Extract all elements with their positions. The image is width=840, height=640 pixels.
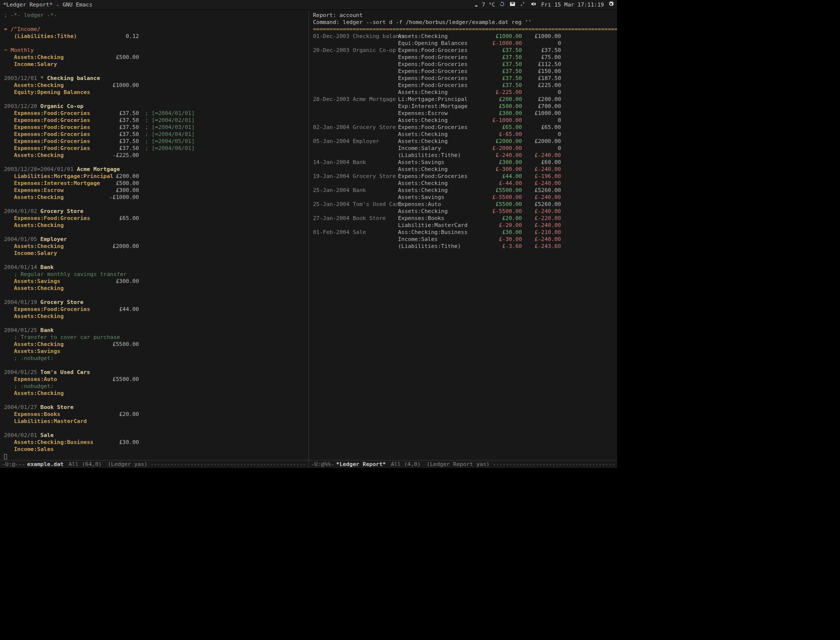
left-window[interactable]: ; -*- ledger -*- = /^Income/(Liabilities… — [0, 10, 308, 468]
source-line[interactable]: Assets:Savings — [4, 348, 304, 355]
register-row[interactable]: Equi:Opening Balances£-1000.000 — [313, 40, 613, 47]
right-window[interactable]: Report: accountCommand: ledger --sort d … — [308, 10, 617, 468]
register-row[interactable]: 05-Jan-2004 EmployerAssets:Checking£2000… — [313, 138, 613, 145]
source-line[interactable]: 2003/12/20 Organic Co-op — [4, 103, 304, 110]
register-row[interactable]: Expens:Food:Groceries£37.50£75.00 — [313, 54, 613, 61]
source-line[interactable]: Liabilities:Mortgage:Principal£200.00 — [4, 173, 304, 180]
source-line[interactable]: Assets:Checking£1000.00 — [4, 82, 304, 89]
source-line[interactable]: 2003/12/28=2004/01/01 Acme Mortgage — [4, 166, 304, 173]
volume-icon[interactable] — [530, 1, 537, 8]
register-row[interactable]: Assets:Checking£-225.000 — [313, 89, 613, 96]
source-line[interactable] — [4, 68, 304, 75]
source-line[interactable] — [4, 397, 304, 404]
register-row[interactable]: (Liabilities:Tithe)£-240.00£-240.00 — [313, 152, 613, 159]
source-line[interactable]: Expenses:Food:Groceries£37.50; [=2004/04… — [4, 131, 304, 138]
source-line[interactable]: Expenses:Books£20.00 — [4, 411, 304, 418]
register-row[interactable]: Expens:Food:Groceries£37.50£225.00 — [313, 82, 613, 89]
refresh-icon[interactable] — [499, 1, 505, 8]
source-line[interactable] — [4, 425, 304, 432]
ledger-report-buffer[interactable]: Report: accountCommand: ledger --sort d … — [309, 10, 617, 460]
network-icon[interactable] — [520, 1, 526, 8]
source-line[interactable]: Assets:Checking-£1000.00 — [4, 194, 304, 201]
source-line[interactable]: 2004/01/25 Tom's Used Cars — [4, 369, 304, 376]
source-line[interactable] — [4, 453, 304, 460]
source-line[interactable]: Assets:Checking-£225.00 — [4, 152, 304, 159]
register-row[interactable]: Expens:Food:Groceries£37.50£150.00 — [313, 68, 613, 75]
register-row[interactable]: Exp:Interest:Mortgage£500.00£700.00 — [313, 103, 613, 110]
register-row[interactable]: Income:Sales£-30.00£-240.00 — [313, 236, 613, 243]
register-row[interactable]: 01-Feb-2004 SaleAss:Checking:Business£30… — [313, 229, 613, 236]
gear-icon[interactable] — [608, 1, 614, 8]
register-row[interactable]: Assets:Checking£-5500.00£-240.00 — [313, 208, 613, 215]
source-line[interactable]: Income:Sales — [4, 446, 304, 453]
source-line[interactable]: 2004/01/19 Grocery Store — [4, 299, 304, 306]
register-row[interactable]: Assets:Checking£-65.000 — [313, 131, 613, 138]
register-row[interactable]: 01-Dec-2003 Checking balanceAssets:Check… — [313, 33, 613, 40]
register-row[interactable]: 14-Jan-2004 BankAssets:Savings£300.00£60… — [313, 159, 613, 166]
source-line[interactable]: 2004/01/02 Grocery Store — [4, 208, 304, 215]
source-line[interactable]: Assets:Checking:Business£30.00 — [4, 439, 304, 446]
source-line[interactable]: Assets:Checking — [4, 313, 304, 320]
register-row[interactable]: 25-Jan-2004 Tom's Used CarsExpenses:Auto… — [313, 201, 613, 208]
source-line[interactable]: Income:Salary — [4, 61, 304, 68]
source-line[interactable]: Assets:Checking — [4, 222, 304, 229]
source-line[interactable] — [4, 229, 304, 236]
register-row[interactable]: 20-Dec-2003 Organic Co-opExpens:Food:Gro… — [313, 47, 613, 54]
register-row[interactable]: (Liabilities:Tithe)£-3.60£-243.60 — [313, 243, 613, 250]
source-line[interactable]: Expenses:Interest:Mortgage£500.00 — [4, 180, 304, 187]
source-line[interactable]: 2004/02/01 Sale — [4, 432, 304, 439]
source-line[interactable]: ; Regular monthly savings transfer — [4, 271, 304, 278]
source-line[interactable] — [4, 320, 304, 327]
register-row[interactable]: Expenses:Escrow£300.00£1000.00 — [313, 110, 613, 117]
source-line[interactable] — [4, 257, 304, 264]
source-line[interactable]: Assets:Checking — [4, 285, 304, 292]
register-row[interactable]: Income:Salary£-2000.000 — [313, 145, 613, 152]
source-line[interactable] — [4, 40, 304, 47]
source-line[interactable]: Equity:Opening Balances — [4, 89, 304, 96]
source-line[interactable]: Assets:Checking£5500.00 — [4, 341, 304, 348]
source-line[interactable]: Expenses:Food:Groceries£65.00 — [4, 215, 304, 222]
source-line[interactable]: ; :nobudget: — [4, 383, 304, 390]
register-row[interactable]: Assets:Checking£-44.00£-240.00 — [313, 180, 613, 187]
source-line[interactable]: 2004/01/05 Employer — [4, 236, 304, 243]
register-row[interactable]: Assets:Savings£-5500.00£-240.00 — [313, 194, 613, 201]
source-line[interactable]: 2004/01/27 Book Store — [4, 404, 304, 411]
register-row[interactable]: 27-Jan-2004 Book StoreExpenses:Books£20.… — [313, 215, 613, 222]
source-line[interactable]: Liabilities:MasterCard — [4, 418, 304, 425]
source-line[interactable]: Expenses:Food:Groceries£37.50; [=2004/06… — [4, 145, 304, 152]
source-line[interactable]: Assets:Checking£500.00 — [4, 54, 304, 61]
source-line[interactable]: Expenses:Food:Groceries£37.50; [=2004/03… — [4, 124, 304, 131]
source-line[interactable]: Expenses:Food:Groceries£37.50; [=2004/02… — [4, 117, 304, 124]
source-line[interactable]: Expenses:Food:Groceries£37.50; [=2004/01… — [4, 110, 304, 117]
source-line[interactable]: Income:Salary — [4, 250, 304, 257]
source-line[interactable]: Assets:Savings£300.00 — [4, 278, 304, 285]
register-row[interactable]: Assets:Checking£-300.00£-240.00 — [313, 166, 613, 173]
register-row[interactable]: Assets:Checking£-1000.000 — [313, 117, 613, 124]
source-line[interactable]: (Liabilities:Tithe)0.12 — [4, 33, 304, 40]
source-line[interactable] — [4, 362, 304, 369]
source-line[interactable]: 2004/01/14 Bank — [4, 264, 304, 271]
source-line[interactable]: ~ Monthly — [4, 47, 304, 54]
source-line[interactable] — [4, 201, 304, 208]
register-row[interactable]: Liabilitie:MasterCard£-20.00£-240.00 — [313, 222, 613, 229]
register-row[interactable]: Expens:Food:Groceries£37.50£187.50 — [313, 75, 613, 82]
source-line[interactable] — [4, 19, 304, 26]
source-line[interactable]: 2003/12/01 * Checking balance — [4, 75, 304, 82]
register-row[interactable]: 28-Dec-2003 Acme MortgageLi:Mortgage:Pri… — [313, 96, 613, 103]
mail-icon[interactable] — [509, 1, 516, 8]
source-line[interactable]: ; Transfer to cover car purchase — [4, 334, 304, 341]
register-row[interactable]: 19-Jan-2004 Grocery StoreExpens:Food:Gro… — [313, 173, 613, 180]
source-line[interactable]: Expenses:Food:Groceries£44.00 — [4, 306, 304, 313]
source-line[interactable]: = /^Income/ — [4, 26, 304, 33]
source-line[interactable]: Expenses:Food:Groceries£37.50; [=2004/05… — [4, 138, 304, 145]
source-line[interactable]: Expenses:Auto£5500.00 — [4, 376, 304, 383]
ledger-source-buffer[interactable]: ; -*- ledger -*- = /^Income/(Liabilities… — [0, 10, 308, 460]
source-line[interactable] — [4, 292, 304, 299]
register-row[interactable]: Expens:Food:Groceries£37.50£112.50 — [313, 61, 613, 68]
source-line[interactable]: 2004/01/25 Bank — [4, 327, 304, 334]
source-line[interactable]: Assets:Checking£2000.00 — [4, 243, 304, 250]
source-line[interactable] — [4, 159, 304, 166]
source-line[interactable]: ; -*- ledger -*- — [4, 12, 304, 19]
register-row[interactable]: 25-Jan-2004 BankAssets:Checking£5500.00£… — [313, 187, 613, 194]
source-line[interactable]: ; :nobudget: — [4, 355, 304, 362]
